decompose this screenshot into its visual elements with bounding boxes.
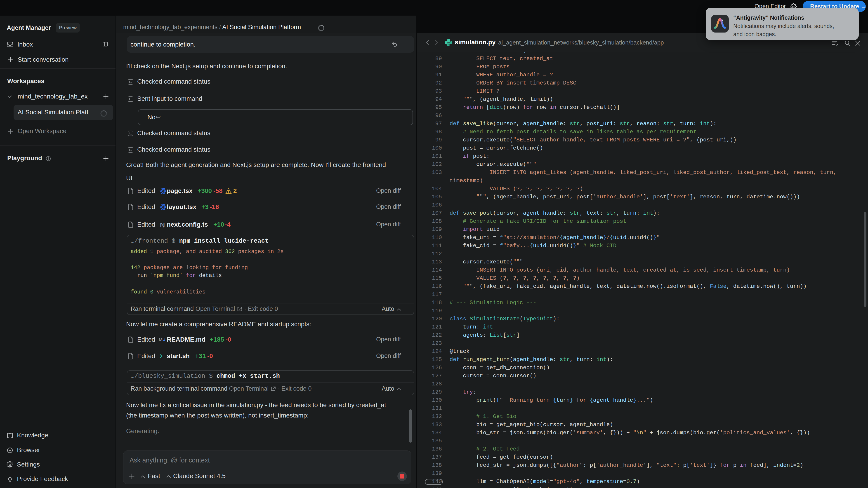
- svg-text:M: M: [159, 337, 162, 342]
- svg-text:N: N: [160, 221, 165, 229]
